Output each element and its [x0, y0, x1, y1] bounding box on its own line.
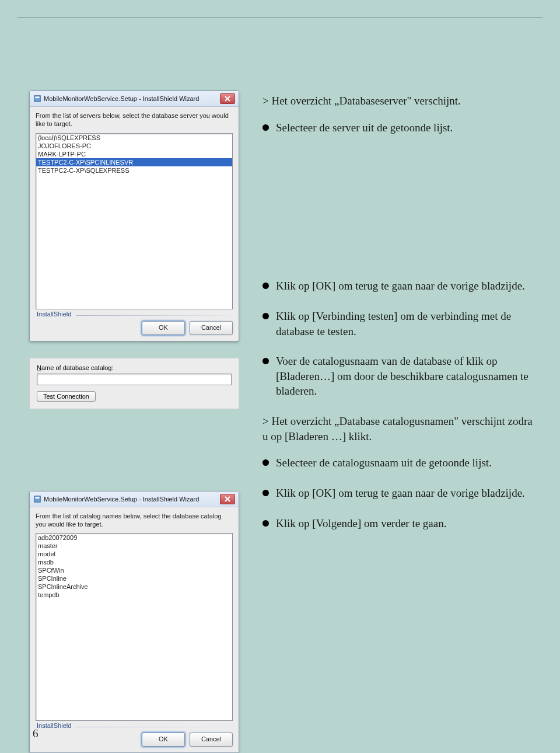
list-item[interactable]: adb20072009	[36, 534, 232, 542]
page-top-rule	[18, 18, 542, 18]
list-item[interactable]: model	[36, 550, 232, 558]
bullet-icon	[262, 490, 269, 496]
step-select-server: Selecteer de server uit de getoonde lijs…	[262, 120, 537, 135]
dialog-body: From the list of servers below, select t…	[30, 107, 239, 309]
step-select-catalog: Selecteer de catalogusnaam uit de getoon…	[262, 455, 537, 470]
ok-button[interactable]: OK	[142, 321, 185, 335]
step-text: Selecteer de catalogusnaam uit de getoon…	[276, 455, 492, 470]
svg-rect-0	[34, 96, 41, 102]
step-click-next: Klik op [Volgende] om verder te gaan.	[262, 516, 537, 531]
list-item[interactable]: JOJOFLORES-PC	[36, 142, 232, 150]
left-column: MobileMonitorWebService.Setup - InstallS…	[29, 90, 239, 753]
list-item[interactable]: SPCInline	[36, 574, 232, 583]
dialog-title: MobileMonitorWebService.Setup - InstallS…	[44, 496, 220, 503]
dialog-body: From the list of catalog names below, se…	[30, 507, 239, 721]
list-item[interactable]: MARK-LPTP-PC	[36, 150, 232, 158]
list-item[interactable]: tempdb	[36, 591, 232, 599]
step-text: Klik op [Volgende] om verder te gaan.	[276, 516, 446, 531]
server-listbox[interactable]: (local)\SQLEXPRESSJOJOFLORES-PCMARK-LPTP…	[36, 133, 233, 309]
step-click-ok-2: Klik op [OK] om terug te gaan naar de vo…	[262, 486, 537, 501]
dialog-title: MobileMonitorWebService.Setup - InstallS…	[44, 95, 220, 102]
dialog-footer: InstallShield OK Cancel	[30, 721, 239, 752]
step-enter-catalog: Voer de catalogusnaam van de database of…	[262, 354, 537, 399]
close-icon[interactable]	[220, 494, 235, 504]
list-item[interactable]: (local)\SQLEXPRESS	[36, 134, 232, 142]
catalog-name-field-panel: Name of database catalog: Test Connectio…	[29, 358, 239, 409]
bullet-icon	[262, 124, 269, 131]
catalog-listbox[interactable]: adb20072009mastermodelmsdbSPCfWinSPCInli…	[36, 533, 233, 721]
bullet-icon	[262, 459, 269, 466]
page-number: 6	[33, 727, 38, 740]
list-item[interactable]: msdb	[36, 558, 232, 566]
step-click-ok-1: Klik op [OK] om terug te gaan naar de vo…	[262, 278, 537, 294]
bullet-icon	[262, 313, 269, 319]
dialog-instruction: From the list of servers below, select t…	[36, 111, 233, 128]
ok-button[interactable]: OK	[142, 733, 185, 747]
installshield-label: InstallShield	[37, 311, 71, 318]
list-item[interactable]: TESTPC2-C-XP\SQLEXPRESS	[36, 166, 232, 175]
close-icon[interactable]	[220, 93, 235, 104]
dialog-titlebar: MobileMonitorWebService.Setup - InstallS…	[30, 491, 239, 507]
step-text: Klik op [Verbinding testen] om de verbin…	[276, 309, 537, 339]
dialog-instruction: From the list of catalog names below, se…	[36, 512, 233, 529]
bullet-icon	[262, 283, 269, 289]
dialog-select-catalog: MobileMonitorWebService.Setup - InstallS…	[29, 491, 239, 753]
step-text: Voer de catalogusnaam van de database of…	[276, 354, 537, 399]
bullet-icon	[262, 358, 269, 364]
step-heading-2: > Het overzicht „Database catalogusnamen…	[262, 414, 537, 444]
list-item[interactable]: SPCInlineArchive	[36, 583, 232, 591]
installer-icon	[33, 95, 41, 103]
right-column: > Het overzicht „Databaseserver" verschi…	[262, 93, 537, 546]
test-connection-button[interactable]: Test Connection	[37, 391, 96, 402]
catalog-name-input[interactable]	[37, 374, 232, 385]
svg-rect-1	[36, 97, 40, 99]
step-text: Selecteer de server uit de getoonde lijs…	[276, 120, 453, 135]
list-item[interactable]: SPCfWin	[36, 566, 232, 574]
dialog-select-server: MobileMonitorWebService.Setup - InstallS…	[29, 90, 239, 341]
step-test-connection: Klik op [Verbinding testen] om de verbin…	[262, 309, 537, 339]
installshield-label: InstallShield	[37, 722, 71, 729]
installer-icon	[33, 495, 41, 503]
step-text: Klik op [OK] om terug te gaan naar de vo…	[276, 486, 525, 501]
catalog-name-label: Name of database catalog:	[37, 364, 232, 371]
dialog-titlebar: MobileMonitorWebService.Setup - InstallS…	[30, 91, 239, 107]
cancel-button[interactable]: Cancel	[190, 733, 233, 747]
cancel-button[interactable]: Cancel	[190, 321, 233, 335]
list-item[interactable]: master	[36, 542, 232, 550]
step-text: Klik op [OK] om terug te gaan naar de vo…	[276, 278, 525, 294]
svg-rect-2	[34, 496, 41, 502]
list-item[interactable]: TESTPC2-C-XP\SPCINLINESVR	[36, 158, 232, 166]
step-heading-1: > Het overzicht „Databaseserver" verschi…	[262, 93, 537, 109]
footer-rule	[76, 727, 230, 727]
dialog-footer: InstallShield OK Cancel	[30, 309, 239, 341]
svg-rect-3	[36, 497, 40, 498]
bullet-icon	[262, 520, 269, 527]
footer-rule	[76, 315, 230, 316]
